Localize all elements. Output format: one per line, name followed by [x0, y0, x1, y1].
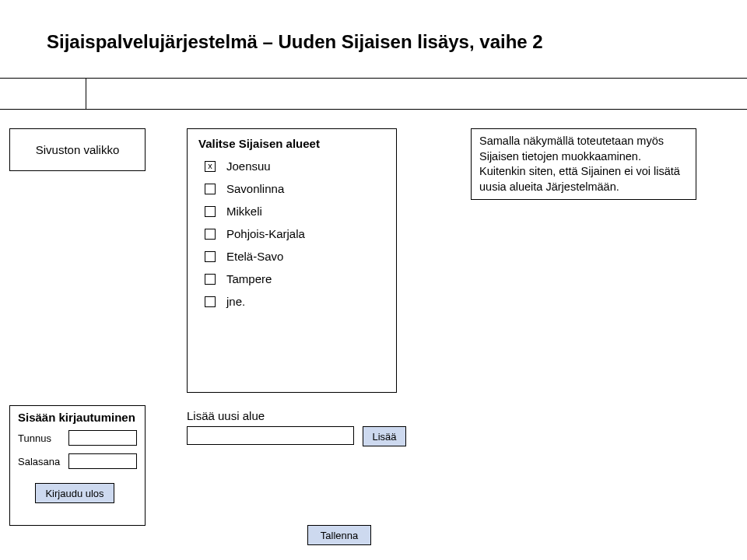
area-row[interactable]: x Joensuu: [198, 159, 385, 173]
divider: [0, 78, 747, 79]
add-area-label: Lisää uusi alue: [187, 409, 265, 422]
logout-button[interactable]: Kirjaudu ulos: [35, 483, 114, 503]
password-field[interactable]: [68, 453, 137, 469]
area-label: Etelä-Savo: [226, 250, 283, 263]
checkbox-icon[interactable]: [205, 206, 216, 217]
add-area-button[interactable]: Lisää: [363, 426, 406, 446]
checkbox-icon[interactable]: x: [205, 161, 216, 172]
area-row[interactable]: Savonlinna: [198, 182, 385, 195]
area-label: Joensuu: [226, 159, 271, 173]
username-label: Tunnus: [18, 432, 68, 444]
checkbox-icon[interactable]: [205, 184, 216, 194]
password-label: Salasana: [18, 456, 68, 467]
area-row[interactable]: Etelä-Savo: [198, 250, 385, 263]
area-row[interactable]: Pohjois-Karjala: [198, 227, 385, 240]
checkbox-icon[interactable]: [205, 296, 216, 307]
checkbox-icon[interactable]: [205, 251, 216, 262]
login-password-row: Salasana: [18, 453, 137, 469]
page-title: Sijaispalvelujärjestelmä – Uuden Sijaise…: [47, 31, 543, 53]
add-area-input[interactable]: [187, 426, 354, 445]
divider: [86, 78, 86, 109]
areas-panel: Valitse Sijaisen alueet x Joensuu Savonl…: [187, 128, 397, 393]
areas-title: Valitse Sijaisen alueet: [198, 137, 385, 150]
info-text: Samalla näkymällä toteutetaan myös Sijai…: [479, 135, 680, 193]
area-row[interactable]: Mikkeli: [198, 205, 385, 218]
checkbox-icon[interactable]: [205, 274, 216, 285]
logout-button-label: Kirjaudu ulos: [45, 488, 103, 499]
login-username-row: Tunnus: [18, 430, 137, 446]
save-button[interactable]: Tallenna: [307, 525, 371, 545]
info-note: Samalla näkymällä toteutetaan myös Sijai…: [471, 128, 696, 200]
area-label: Tampere: [226, 272, 272, 285]
username-field[interactable]: [68, 430, 137, 446]
save-button-label: Tallenna: [321, 530, 358, 541]
page-header: Sijaispalvelujärjestelmä – Uuden Sijaise…: [0, 0, 747, 109]
sidebar-menu-label: Sivuston valikko: [36, 143, 120, 156]
area-row[interactable]: Tampere: [198, 272, 385, 285]
area-label: Mikkeli: [226, 205, 262, 218]
area-label: Savonlinna: [226, 182, 284, 195]
divider: [0, 109, 747, 110]
area-label: jne.: [226, 295, 245, 308]
add-area-button-label: Lisää: [372, 431, 396, 443]
area-row[interactable]: jne.: [198, 295, 385, 308]
area-label: Pohjois-Karjala: [226, 227, 305, 240]
login-panel: Sisään kirjautuminen Tunnus Salasana Kir…: [9, 405, 146, 526]
login-title: Sisään kirjautuminen: [18, 411, 137, 424]
sidebar-menu[interactable]: Sivuston valikko: [9, 128, 146, 171]
checkbox-icon[interactable]: [205, 229, 216, 240]
